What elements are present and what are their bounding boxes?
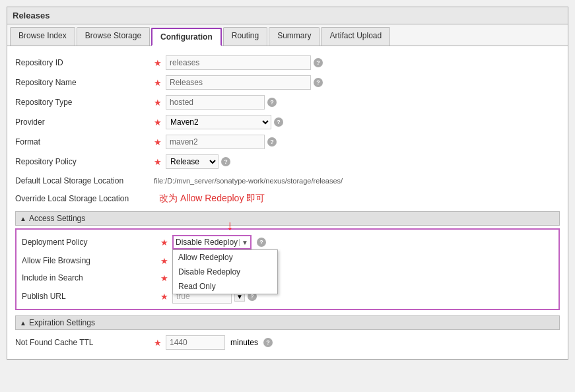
- repository-policy-field: ★ Release ?: [154, 154, 230, 169]
- provider-label: Provider: [15, 117, 154, 127]
- provider-field: ★ Maven2 ?: [154, 115, 283, 129]
- override-storage-row: Override Local Storage Location 改为 Allow…: [15, 190, 560, 207]
- tab-summary[interactable]: Summary: [269, 27, 320, 46]
- repository-policy-label: Repository Policy: [15, 157, 154, 166]
- not-found-ttl-help-icon[interactable]: ?: [263, 338, 273, 347]
- not-found-ttl-suffix: minutes: [230, 338, 258, 347]
- deployment-policy-dropdown-list: Allow Redeploy Disable Redeploy Read Onl…: [172, 249, 278, 294]
- tab-routing[interactable]: Routing: [223, 27, 267, 46]
- dropdown-option-disable-redeploy[interactable]: Disable Redeploy: [173, 265, 277, 279]
- override-storage-label: Override Local Storage Location: [15, 194, 154, 203]
- access-settings-box: Deployment Policy ★ Disable Redeploy ▼ A…: [15, 228, 560, 310]
- not-found-ttl-row: Not Found Cache TTL ★ minutes ?: [15, 333, 560, 352]
- deployment-policy-label: Deployment Policy: [22, 238, 160, 247]
- repository-type-help-icon[interactable]: ?: [267, 98, 277, 107]
- deployment-policy-field: ★ Disable Redeploy ▼ Allow Redeploy Disa…: [160, 235, 266, 249]
- required-star-5: ★: [154, 137, 162, 147]
- not-found-ttl-input[interactable]: [166, 335, 225, 350]
- default-storage-row: Default Local Storage Location file:/D:/…: [15, 172, 560, 190]
- dropdown-option-read-only[interactable]: Read Only: [173, 279, 277, 294]
- repository-policy-help-icon[interactable]: ?: [221, 157, 230, 166]
- format-field: ★ ?: [154, 135, 277, 149]
- format-input: [166, 135, 265, 149]
- required-star-3: ★: [154, 98, 162, 108]
- repository-name-row: Repository Name ★ ?: [15, 73, 560, 92]
- not-found-ttl-label: Not Found Cache TTL: [15, 338, 154, 347]
- repository-name-field: ★ ?: [154, 75, 323, 90]
- repository-id-help-icon[interactable]: ?: [314, 58, 323, 67]
- tab-browse-index[interactable]: Browse Index: [10, 27, 75, 46]
- repository-type-label: Repository Type: [15, 98, 154, 107]
- repository-type-input: [166, 95, 265, 110]
- deployment-policy-dropdown[interactable]: Disable Redeploy ▼: [172, 235, 252, 249]
- expiration-settings-section: ▲ Expiration Settings Not Found Cache TT…: [15, 315, 560, 352]
- required-star-9: ★: [160, 273, 168, 283]
- repository-name-input[interactable]: [166, 75, 311, 90]
- repository-type-field: ★ ?: [154, 95, 277, 110]
- default-storage-value: file:/D:/mvn_server/sonatype-work/nexus/…: [154, 174, 343, 187]
- required-star-4: ★: [154, 117, 162, 127]
- expiration-settings-toggle-icon[interactable]: ▲: [20, 319, 26, 327]
- repository-id-label: Repository ID: [15, 58, 154, 67]
- required-star-6: ★: [154, 157, 162, 167]
- access-settings-toggle-icon[interactable]: ▲: [20, 215, 26, 222]
- default-storage-field: file:/D:/mvn_server/sonatype-work/nexus/…: [154, 174, 343, 187]
- red-arrow-annotation: ↓: [226, 218, 233, 233]
- include-in-search-label: Include in Search: [22, 273, 160, 282]
- include-in-search-row: Include in Search ★: [22, 269, 553, 286]
- dropdown-option-allow-redeploy[interactable]: Allow Redeploy: [173, 250, 277, 265]
- tab-artifact-upload[interactable]: Artifact Upload: [321, 27, 390, 46]
- dropdown-arrow-icon[interactable]: ▼: [239, 239, 248, 246]
- deployment-policy-row: Deployment Policy ★ Disable Redeploy ▼ A…: [22, 232, 553, 252]
- required-star: ★: [154, 58, 162, 68]
- deployment-policy-dropdown-wrapper: Disable Redeploy ▼ Allow Redeploy Disabl…: [172, 235, 252, 249]
- required-star-2: ★: [154, 78, 162, 88]
- required-star-7: ★: [160, 238, 168, 247]
- panel-title-text: Releases: [13, 11, 50, 20]
- tab-bar: Browse Index Browse Storage Configuratio…: [7, 24, 568, 46]
- not-found-ttl-field: ★ minutes ?: [154, 335, 273, 350]
- repository-type-row: Repository Type ★ ?: [15, 92, 560, 112]
- repository-policy-row: Repository Policy ★ Release ?: [15, 152, 560, 172]
- allow-file-browsing-field: ★: [160, 256, 170, 266]
- access-settings-title: Access Settings: [29, 214, 85, 223]
- expiration-settings-section-header[interactable]: ▲ Expiration Settings: [15, 315, 560, 330]
- required-star-8: ★: [160, 256, 168, 266]
- main-panel: Releases Browse Index Browse Storage Con…: [7, 7, 568, 360]
- format-label: Format: [15, 137, 154, 147]
- tab-browse-storage[interactable]: Browse Storage: [77, 27, 150, 46]
- provider-row: Provider ★ Maven2 ?: [15, 112, 560, 132]
- include-in-search-field: ★: [160, 273, 170, 283]
- required-star-10: ★: [160, 292, 168, 302]
- annotation-text: 改为 Allow Redeploy 即可: [159, 193, 265, 205]
- deployment-policy-help-icon[interactable]: ?: [257, 238, 266, 247]
- provider-help-icon[interactable]: ?: [274, 117, 283, 127]
- provider-select[interactable]: Maven2: [166, 115, 271, 129]
- required-star-11: ★: [154, 338, 162, 348]
- configuration-content: Repository ID ★ ? Repository Name ★ ? Re…: [7, 46, 568, 359]
- access-settings-section-header[interactable]: ▲ Access Settings: [15, 211, 560, 226]
- format-row: Format ★ ?: [15, 132, 560, 152]
- allow-file-browsing-row: Allow File Browsing ★: [22, 252, 553, 269]
- repository-policy-select[interactable]: Release: [166, 154, 219, 169]
- override-storage-field: 改为 Allow Redeploy 即可: [154, 193, 265, 205]
- repository-id-input[interactable]: [166, 55, 311, 70]
- publish-url-row: Publish URL ★ ▼ ?: [22, 286, 553, 306]
- format-help-icon[interactable]: ?: [267, 137, 277, 147]
- allow-file-browsing-label: Allow File Browsing: [22, 256, 160, 265]
- panel-title: Releases: [7, 7, 568, 24]
- expiration-settings-title: Expiration Settings: [29, 318, 95, 327]
- tab-configuration[interactable]: Configuration: [151, 28, 222, 46]
- default-storage-label: Default Local Storage Location: [15, 176, 154, 185]
- repository-name-label: Repository Name: [15, 78, 154, 87]
- publish-url-label: Publish URL: [22, 292, 160, 301]
- repository-name-help-icon[interactable]: ?: [314, 78, 323, 87]
- deployment-policy-selected: Disable Redeploy: [176, 238, 238, 247]
- repository-id-row: Repository ID ★ ?: [15, 53, 560, 73]
- repository-id-field: ★ ?: [154, 55, 323, 70]
